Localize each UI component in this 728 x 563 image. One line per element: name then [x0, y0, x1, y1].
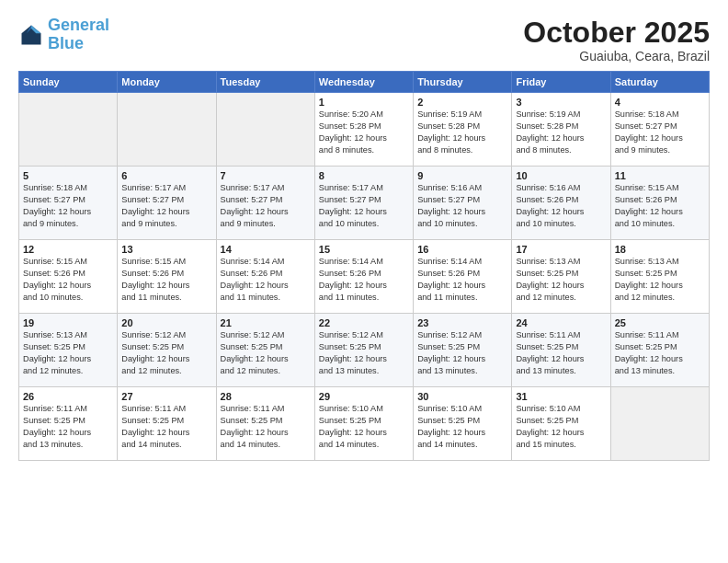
calendar-day-cell: 14Sunrise: 5:14 AMSunset: 5:26 PMDayligh… [216, 240, 314, 314]
day-info: Sunrise: 5:17 AMSunset: 5:27 PMDaylight:… [319, 182, 409, 230]
day-info: Sunrise: 5:11 AMSunset: 5:25 PMDaylight:… [516, 329, 606, 377]
logo-icon [18, 22, 44, 48]
calendar-day-cell: 23Sunrise: 5:12 AMSunset: 5:25 PMDayligh… [414, 314, 512, 387]
calendar-day-cell: 18Sunrise: 5:13 AMSunset: 5:25 PMDayligh… [610, 240, 709, 314]
weekday-header-cell: Wednesday [314, 72, 413, 93]
day-number: 19 [23, 317, 113, 328]
day-info: Sunrise: 5:17 AMSunset: 5:27 PMDaylight:… [221, 182, 311, 230]
day-info: Sunrise: 5:13 AMSunset: 5:25 PMDaylight:… [23, 329, 113, 377]
day-number: 25 [615, 317, 705, 328]
calendar-day-cell: 10Sunrise: 5:16 AMSunset: 5:26 PMDayligh… [512, 167, 610, 240]
calendar-day-cell: 4Sunrise: 5:18 AMSunset: 5:27 PMDaylight… [610, 93, 709, 167]
day-info: Sunrise: 5:10 AMSunset: 5:25 PMDaylight:… [319, 403, 409, 451]
calendar-day-cell: 2Sunrise: 5:19 AMSunset: 5:28 PMDaylight… [414, 93, 512, 167]
calendar-day-cell: 12Sunrise: 5:15 AMSunset: 5:26 PMDayligh… [19, 240, 118, 314]
day-number: 4 [615, 97, 705, 108]
calendar-day-cell: 7Sunrise: 5:17 AMSunset: 5:27 PMDaylight… [216, 167, 314, 240]
day-info: Sunrise: 5:19 AMSunset: 5:28 PMDaylight:… [516, 109, 606, 156]
day-number: 30 [417, 391, 507, 402]
day-number: 20 [121, 317, 211, 328]
day-number: 10 [516, 170, 606, 181]
day-number: 22 [319, 317, 409, 328]
day-number: 9 [417, 170, 507, 181]
day-number: 1 [319, 97, 409, 108]
day-info: Sunrise: 5:15 AMSunset: 5:26 PMDaylight:… [121, 256, 211, 304]
calendar-day-cell: 19Sunrise: 5:13 AMSunset: 5:25 PMDayligh… [19, 314, 118, 387]
calendar-week-row: 26Sunrise: 5:11 AMSunset: 5:25 PMDayligh… [19, 387, 710, 461]
calendar-body: 1Sunrise: 5:20 AMSunset: 5:28 PMDaylight… [19, 93, 710, 461]
day-number: 7 [221, 170, 311, 181]
day-number: 28 [221, 391, 311, 402]
day-info: Sunrise: 5:12 AMSunset: 5:25 PMDaylight:… [417, 329, 507, 377]
day-number: 18 [615, 244, 705, 255]
day-info: Sunrise: 5:11 AMSunset: 5:25 PMDaylight:… [221, 403, 311, 451]
day-number: 14 [221, 244, 311, 255]
calendar-day-cell [216, 93, 314, 167]
calendar-day-cell: 16Sunrise: 5:14 AMSunset: 5:26 PMDayligh… [414, 240, 512, 314]
day-info: Sunrise: 5:14 AMSunset: 5:26 PMDaylight:… [417, 256, 507, 304]
calendar-table: SundayMondayTuesdayWednesdayThursdayFrid… [18, 71, 710, 461]
calendar-week-row: 19Sunrise: 5:13 AMSunset: 5:25 PMDayligh… [19, 314, 710, 387]
day-info: Sunrise: 5:11 AMSunset: 5:25 PMDaylight:… [615, 329, 705, 377]
day-info: Sunrise: 5:16 AMSunset: 5:27 PMDaylight:… [417, 182, 507, 230]
page: General Blue October 2025 Guaiuba, Ceara… [0, 0, 728, 563]
calendar-day-cell [610, 387, 709, 461]
calendar-week-row: 5Sunrise: 5:18 AMSunset: 5:27 PMDaylight… [19, 167, 710, 240]
weekday-header-cell: Friday [512, 72, 610, 93]
calendar-day-cell: 24Sunrise: 5:11 AMSunset: 5:25 PMDayligh… [512, 314, 610, 387]
weekday-header-cell: Thursday [414, 72, 512, 93]
logo-text: General Blue [48, 17, 109, 53]
month-title: October 2025 [523, 17, 710, 49]
day-number: 27 [121, 391, 211, 402]
day-info: Sunrise: 5:12 AMSunset: 5:25 PMDaylight:… [319, 329, 409, 377]
calendar-day-cell: 9Sunrise: 5:16 AMSunset: 5:27 PMDaylight… [414, 167, 512, 240]
day-number: 6 [121, 170, 211, 181]
weekday-header-cell: Tuesday [216, 72, 314, 93]
calendar-day-cell: 28Sunrise: 5:11 AMSunset: 5:25 PMDayligh… [216, 387, 314, 461]
logo: General Blue [18, 17, 109, 53]
day-number: 15 [319, 244, 409, 255]
calendar-day-cell: 1Sunrise: 5:20 AMSunset: 5:28 PMDaylight… [314, 93, 413, 167]
calendar-day-cell: 20Sunrise: 5:12 AMSunset: 5:25 PMDayligh… [118, 314, 216, 387]
day-info: Sunrise: 5:16 AMSunset: 5:26 PMDaylight:… [516, 182, 606, 230]
day-info: Sunrise: 5:18 AMSunset: 5:27 PMDaylight:… [23, 182, 113, 230]
calendar-day-cell [118, 93, 216, 167]
day-number: 5 [23, 170, 113, 181]
day-info: Sunrise: 5:10 AMSunset: 5:25 PMDaylight:… [417, 403, 507, 451]
calendar-day-cell: 17Sunrise: 5:13 AMSunset: 5:25 PMDayligh… [512, 240, 610, 314]
calendar-day-cell: 15Sunrise: 5:14 AMSunset: 5:26 PMDayligh… [314, 240, 413, 314]
weekday-header-cell: Monday [118, 72, 216, 93]
calendar-day-cell: 6Sunrise: 5:17 AMSunset: 5:27 PMDaylight… [118, 167, 216, 240]
day-number: 16 [417, 244, 507, 255]
day-info: Sunrise: 5:13 AMSunset: 5:25 PMDaylight:… [615, 256, 705, 304]
day-number: 8 [319, 170, 409, 181]
calendar-day-cell: 22Sunrise: 5:12 AMSunset: 5:25 PMDayligh… [314, 314, 413, 387]
calendar-week-row: 1Sunrise: 5:20 AMSunset: 5:28 PMDaylight… [19, 93, 710, 167]
day-info: Sunrise: 5:12 AMSunset: 5:25 PMDaylight:… [121, 329, 211, 377]
day-info: Sunrise: 5:15 AMSunset: 5:26 PMDaylight:… [23, 256, 113, 304]
day-info: Sunrise: 5:11 AMSunset: 5:25 PMDaylight:… [121, 403, 211, 451]
day-info: Sunrise: 5:11 AMSunset: 5:25 PMDaylight:… [23, 403, 113, 451]
title-block: October 2025 Guaiuba, Ceara, Brazil [523, 17, 710, 63]
day-info: Sunrise: 5:17 AMSunset: 5:27 PMDaylight:… [121, 182, 211, 230]
calendar-day-cell: 27Sunrise: 5:11 AMSunset: 5:25 PMDayligh… [118, 387, 216, 461]
day-info: Sunrise: 5:19 AMSunset: 5:28 PMDaylight:… [417, 109, 507, 156]
day-info: Sunrise: 5:18 AMSunset: 5:27 PMDaylight:… [615, 109, 705, 156]
day-info: Sunrise: 5:13 AMSunset: 5:25 PMDaylight:… [516, 256, 606, 304]
calendar-day-cell: 3Sunrise: 5:19 AMSunset: 5:28 PMDaylight… [512, 93, 610, 167]
day-number: 29 [319, 391, 409, 402]
calendar-day-cell: 25Sunrise: 5:11 AMSunset: 5:25 PMDayligh… [610, 314, 709, 387]
day-number: 17 [516, 244, 606, 255]
day-number: 21 [221, 317, 311, 328]
calendar-week-row: 12Sunrise: 5:15 AMSunset: 5:26 PMDayligh… [19, 240, 710, 314]
day-number: 26 [23, 391, 113, 402]
calendar-day-cell: 11Sunrise: 5:15 AMSunset: 5:26 PMDayligh… [610, 167, 709, 240]
day-number: 31 [516, 391, 606, 402]
day-info: Sunrise: 5:14 AMSunset: 5:26 PMDaylight:… [319, 256, 409, 304]
calendar-day-cell: 29Sunrise: 5:10 AMSunset: 5:25 PMDayligh… [314, 387, 413, 461]
day-number: 24 [516, 317, 606, 328]
day-number: 3 [516, 97, 606, 108]
calendar-day-cell: 31Sunrise: 5:10 AMSunset: 5:25 PMDayligh… [512, 387, 610, 461]
day-info: Sunrise: 5:20 AMSunset: 5:28 PMDaylight:… [319, 109, 409, 156]
day-info: Sunrise: 5:14 AMSunset: 5:26 PMDaylight:… [221, 256, 311, 304]
